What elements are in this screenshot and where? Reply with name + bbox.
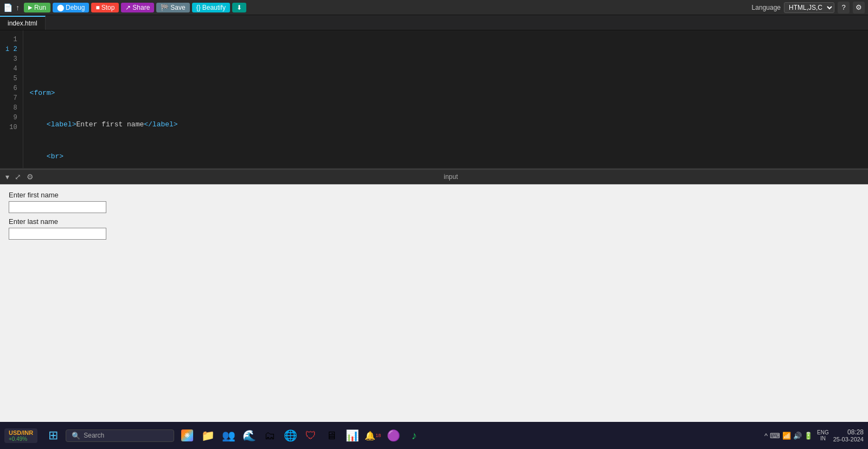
taskbar-edge-icon[interactable]: 🌊 [240,427,258,444]
preview-area: Enter first name Enter last name [0,184,868,437]
language-indicator[interactable]: ENG IN [817,429,829,441]
tab-index-html[interactable]: index.html [0,16,46,30]
debug-button[interactable]: ⬤ Debug [53,3,89,12]
clock[interactable]: 08:28 25-03-2024 [833,428,864,442]
taskbar-teams-icon[interactable]: 👥 [220,427,237,444]
download-icon: ⬇ [237,4,242,11]
file-icon: 📄 [3,3,12,12]
taskbar-app10-icon[interactable]: 📊 [343,427,361,444]
taskbar-app11-icon[interactable]: 🟣 [385,427,402,444]
notifications-icon: 🔔 [365,431,375,441]
taskbar-app-icons: ❋ 📁 👥 🌊 🗂 🌐 🛡 🖥 📊 🔔 18 🟣 [178,427,423,444]
tab-bar: index.html [0,15,868,30]
toolbar: 📄 ↑ ▶ Run ⬤ Debug ■ Stop ↗ Share 🏁 Save … [0,0,868,15]
app10-icon: 📊 [346,429,359,442]
first-name-input[interactable] [9,201,106,213]
taskbar-app9-icon[interactable]: 🖥 [323,427,340,444]
debug-icon: ⬤ [57,4,64,11]
splitter: ▾ ⤢ ⚙ input [0,169,868,184]
code-line-3: <label>Enter first name</label> [30,119,861,130]
system-tray: ^ ⌨ 📶 🔊 🔋 [764,432,813,440]
volume-icon[interactable]: 🔊 [793,432,802,440]
line-numbers: 1 i 2 3 4 5 6 7 8 9 10 [0,30,23,168]
code-line-4: <br> [30,151,861,162]
splitter-settings-icon[interactable]: ⚙ [27,172,34,181]
taskbar-right: ^ ⌨ 📶 🔊 🔋 ENG IN 08:28 25-03-2024 [764,428,864,442]
arrow-icon: ↑ [16,3,20,12]
taskbar-widgets-icon[interactable]: ❋ [178,427,196,444]
windows-logo-icon: ⊞ [48,428,58,442]
taskbar-search[interactable]: 🔍 Search [66,429,174,442]
folder-icon: 📁 [201,429,215,442]
share-button[interactable]: ↗ Share [121,3,154,12]
taskbar-spotify-icon[interactable]: ♪ [405,427,423,444]
taskbar-browser-icon[interactable]: 🌐 [282,427,299,444]
code-line-1 [30,56,861,67]
code-editor[interactable]: <form> <label>Enter first name</label> <… [23,30,868,168]
save-icon: 🏁 [161,4,169,11]
teams-icon: 👥 [222,429,235,442]
taskbar-notifications-icon[interactable]: 🔔 18 [364,427,381,444]
spotify-icon: ♪ [411,429,417,442]
start-button[interactable]: ⊞ [43,425,63,446]
preview-label: input [39,173,863,181]
settings-button[interactable]: ⚙ [853,2,865,14]
last-name-label: Enter last name [9,217,859,226]
app9-icon: 🖥 [326,429,337,442]
taskbar-search-text: Search [84,432,104,439]
taskbar: USD/INR +0.49% ⊞ 🔍 Search ❋ 📁 👥 🌊 🗂 🌐 🛡 [0,422,868,449]
taskbar-files-icon[interactable]: 🗂 [261,427,278,444]
stock-name: USD/INR [9,429,33,436]
taskbar-folder-icon[interactable]: 📁 [199,427,216,444]
expand-icon[interactable]: ⤢ [15,172,21,181]
chevron-up-icon[interactable]: ^ [764,432,768,440]
edge-icon: 🌊 [242,429,256,442]
stop-button[interactable]: ■ Stop [91,3,119,12]
stop-icon: ■ [95,4,99,11]
taskbar-search-icon: 🔍 [72,432,80,440]
first-name-label: Enter first name [9,191,859,199]
run-icon: ▶ [28,4,33,10]
battery-icon[interactable]: 🔋 [804,432,813,440]
stock-change: +0.49% [9,436,33,442]
browser-icon: 🌐 [284,429,297,442]
language-dropdown[interactable]: HTML,JS,C HTML JavaScript CSS Python [784,2,834,13]
widgets-icon: ❋ [181,429,193,441]
app11-icon: 🟣 [387,429,400,442]
antivirus-icon: 🛡 [305,429,316,442]
editor-area[interactable]: 1 i 2 3 4 5 6 7 8 9 10 <form> <label>Ent… [0,30,868,169]
taskbar-antivirus-icon[interactable]: 🛡 [302,427,320,444]
files-icon: 🗂 [264,429,275,442]
download-button[interactable]: ⬇ [232,3,246,12]
stock-ticker[interactable]: USD/INR +0.49% [4,428,37,443]
language-selector: Language HTML,JS,C HTML JavaScript CSS P… [752,2,865,14]
last-name-input[interactable] [9,228,106,240]
beautify-icon: {} [196,4,201,11]
help-button[interactable]: ? [838,2,850,14]
network-icon[interactable]: 📶 [782,432,791,440]
share-icon: ↗ [125,4,131,11]
keyboard-icon[interactable]: ⌨ [770,432,780,440]
preview-form: Enter first name Enter last name [9,191,859,240]
code-line-2: <form> [30,88,861,99]
save-button[interactable]: 🏁 Save [156,3,189,12]
run-button[interactable]: ▶ Run [24,3,50,12]
beautify-button[interactable]: {} Beautify [192,3,230,12]
collapse-icon[interactable]: ▾ [5,172,9,181]
